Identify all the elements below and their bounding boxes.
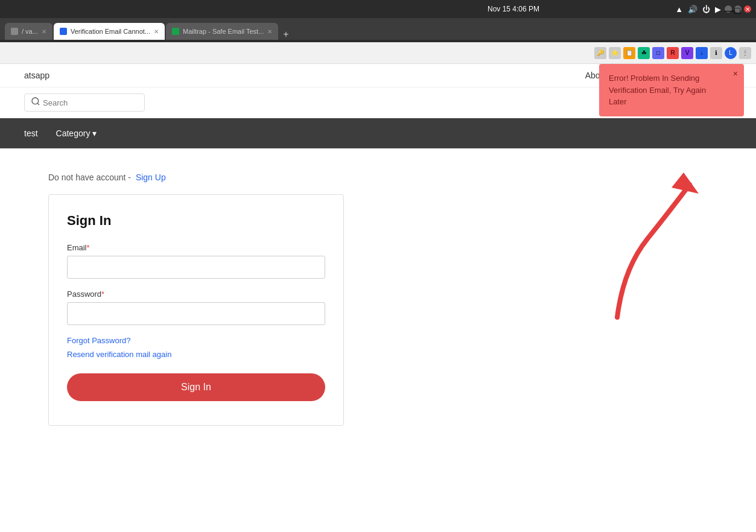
nav-item-category[interactable]: Category ▾ (56, 128, 97, 138)
ext-1[interactable]: 📋 (623, 47, 635, 59)
ext-2[interactable]: ☘ (638, 47, 650, 59)
browser-tab-3[interactable]: Mailtrap - Safe Email Test... ✕ (166, 23, 278, 40)
browser-titlebar: Nov 15 4:06 PM ▲ 🔊 ⏻ ▶ — □ ✕ (0, 0, 756, 18)
toast-close-button[interactable]: × (733, 68, 738, 80)
password-group: Password* (67, 290, 325, 325)
ext-8[interactable]: L (725, 47, 737, 59)
wifi-icon: ▲ (675, 5, 683, 14)
tab-label-2: Verification Email Cannot... (71, 28, 150, 35)
ext-key-icon[interactable]: 🔑 (594, 47, 606, 59)
tab-favicon-3 (172, 28, 179, 35)
window-controls[interactable]: — □ ✕ (725, 5, 751, 13)
password-input[interactable] (67, 302, 325, 325)
password-label: Password* (67, 290, 325, 299)
search-container (24, 93, 145, 112)
top-nav: atsapp About Us Contact Us  Error! Prob… (0, 64, 756, 87)
maximize-button[interactable]: □ (734, 5, 742, 13)
forgot-password-link[interactable]: Forgot Password? (67, 336, 325, 345)
nav-item-test[interactable]: test (24, 128, 38, 138)
resend-verification-link[interactable]: Resend verification mail again (67, 350, 325, 359)
signin-button[interactable]: Sign In (67, 373, 325, 401)
ext-6[interactable]: ↓ (696, 47, 708, 59)
close-button[interactable]: ✕ (744, 5, 751, 13)
browser-tabbar: / va... ✕ Verification Email Cannot... ✕… (0, 18, 756, 40)
page-content: Do not have account - Sign Up Sign In Em… (0, 148, 756, 450)
search-icon (31, 97, 40, 109)
signup-prompt: Do not have account - Sign Up (48, 173, 708, 182)
system-time: Nov 15 4:06 PM (488, 5, 539, 13)
browser-tab-1[interactable]: / va... ✕ (5, 23, 52, 40)
ext-menu[interactable]: ⋮ (739, 47, 751, 59)
signup-link[interactable]: Sign Up (136, 173, 166, 182)
signin-card: Sign In Email* Password* Forgot Password… (48, 194, 344, 426)
svg-point-3 (32, 98, 39, 104)
extension-icons: 🔑 ⭐ 📋 ☘ □ R V ↓ ℹ L ⋮ (594, 47, 751, 59)
ext-7[interactable]: ℹ (710, 47, 722, 59)
minimize-button[interactable]: — (725, 5, 732, 13)
battery-icon: ▶ (715, 5, 721, 14)
tab-label-1: / va... (22, 28, 38, 35)
tab-favicon-2 (60, 28, 67, 35)
tab-close-2[interactable]: ✕ (154, 28, 159, 35)
signin-title: Sign In (67, 213, 325, 229)
tab-label-3: Mailtrap - Safe Email Test... (183, 28, 264, 35)
system-icons: ▲ 🔊 ⏻ ▶ (675, 5, 721, 14)
search-input[interactable] (43, 98, 138, 107)
email-required-star: * (87, 243, 90, 252)
password-required-star: * (101, 290, 104, 299)
volume-icon: 🔊 (688, 5, 697, 14)
ext-3[interactable]: □ (652, 47, 664, 59)
ext-4[interactable]: R (667, 47, 679, 59)
email-label: Email* (67, 243, 325, 252)
email-input[interactable] (67, 256, 325, 279)
browser-tab-2[interactable]: Verification Email Cannot... ✕ (54, 23, 165, 40)
ext-star-icon[interactable]: ⭐ (609, 47, 621, 59)
email-group: Email* (67, 243, 325, 279)
tab-close-3[interactable]: ✕ (267, 28, 272, 35)
browser-toolbar: 🔑 ⭐ 📋 ☘ □ R V ↓ ℹ L ⋮ (0, 42, 756, 64)
toast-message: Error! Problem In Sending Verification E… (609, 74, 706, 106)
whatsapp-label: atsapp (24, 71, 49, 80)
error-toast: Error! Problem In Sending Verification E… (599, 64, 744, 116)
new-tab-button[interactable]: + (279, 29, 292, 40)
svg-line-4 (37, 103, 39, 105)
website: atsapp About Us Contact Us  Error! Prob… (0, 64, 756, 450)
tab-close-1[interactable]: ✕ (42, 28, 46, 35)
signup-prompt-text: Do not have account - (48, 173, 131, 182)
tab-favicon-1 (11, 28, 18, 35)
dark-nav: test Category ▾ (0, 118, 756, 148)
browser-chrome: Nov 15 4:06 PM ▲ 🔊 ⏻ ▶ — □ ✕ / va... ✕ V… (0, 0, 756, 42)
ext-5[interactable]: V (681, 47, 693, 59)
power-icon: ⏻ (702, 5, 710, 14)
